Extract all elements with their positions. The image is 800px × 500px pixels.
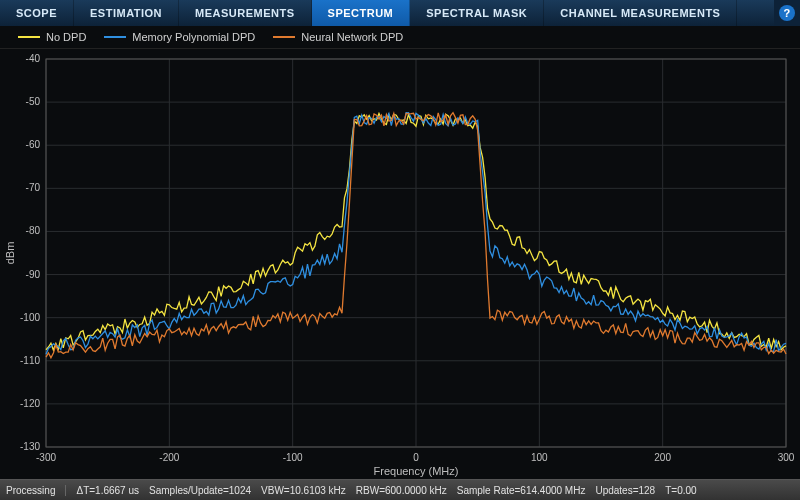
svg-text:100: 100 bbox=[531, 452, 548, 463]
svg-text:300: 300 bbox=[778, 452, 795, 463]
legend-swatch bbox=[104, 36, 126, 38]
tab-channel-measurements[interactable]: CHANNEL MEASUREMENTS bbox=[544, 0, 737, 26]
svg-text:-130: -130 bbox=[20, 441, 40, 452]
svg-text:-120: -120 bbox=[20, 398, 40, 409]
help-button[interactable]: ? bbox=[774, 0, 800, 26]
svg-text:-100: -100 bbox=[283, 452, 303, 463]
legend-item-neural-network-dpd[interactable]: Neural Network DPD bbox=[273, 31, 403, 43]
legend-label: Memory Polynomial DPD bbox=[132, 31, 255, 43]
spectrum-plot: -300-200-1000100200300-130-120-110-100-9… bbox=[0, 49, 800, 481]
tab-spectral-mask[interactable]: SPECTRAL MASK bbox=[410, 0, 544, 26]
status-bar: Processing ΔT=1.6667 us Samples/Update=1… bbox=[0, 479, 800, 500]
legend-bar: No DPD Memory Polynomial DPD Neural Netw… bbox=[0, 26, 800, 49]
tab-bar: SCOPE ESTIMATION MEASUREMENTS SPECTRUM S… bbox=[0, 0, 800, 26]
svg-text:-90: -90 bbox=[26, 269, 41, 280]
legend-swatch bbox=[18, 36, 40, 38]
status-time: T=0.00 bbox=[665, 485, 696, 496]
svg-text:-300: -300 bbox=[36, 452, 56, 463]
status-dt: ΔT=1.6667 us bbox=[76, 485, 139, 496]
svg-text:-60: -60 bbox=[26, 139, 41, 150]
svg-text:-100: -100 bbox=[20, 312, 40, 323]
svg-text:-80: -80 bbox=[26, 225, 41, 236]
svg-text:-50: -50 bbox=[26, 96, 41, 107]
help-icon: ? bbox=[779, 5, 795, 21]
status-state: Processing bbox=[6, 485, 66, 496]
svg-text:-110: -110 bbox=[20, 355, 40, 366]
svg-text:-40: -40 bbox=[26, 53, 41, 64]
tab-spacer bbox=[737, 0, 774, 26]
legend-item-no-dpd[interactable]: No DPD bbox=[18, 31, 86, 43]
svg-text:0: 0 bbox=[413, 452, 419, 463]
status-sample-rate: Sample Rate=614.4000 MHz bbox=[457, 485, 586, 496]
tab-spectrum[interactable]: SPECTRUM bbox=[312, 0, 411, 26]
tab-estimation[interactable]: ESTIMATION bbox=[74, 0, 179, 26]
tab-measurements[interactable]: MEASUREMENTS bbox=[179, 0, 312, 26]
svg-text:Frequency (MHz): Frequency (MHz) bbox=[374, 465, 459, 477]
svg-text:-70: -70 bbox=[26, 182, 41, 193]
legend-item-memory-polynomial-dpd[interactable]: Memory Polynomial DPD bbox=[104, 31, 255, 43]
legend-label: No DPD bbox=[46, 31, 86, 43]
tab-scope[interactable]: SCOPE bbox=[0, 0, 74, 26]
svg-text:200: 200 bbox=[654, 452, 671, 463]
status-updates: Updates=128 bbox=[595, 485, 655, 496]
legend-swatch bbox=[273, 36, 295, 38]
svg-text:dBm: dBm bbox=[4, 242, 16, 265]
status-rbw: RBW=600.0000 kHz bbox=[356, 485, 447, 496]
svg-text:-200: -200 bbox=[159, 452, 179, 463]
status-vbw: VBW=10.6103 kHz bbox=[261, 485, 346, 496]
status-samples: Samples/Update=1024 bbox=[149, 485, 251, 496]
spectrum-analyzer-window: SCOPE ESTIMATION MEASUREMENTS SPECTRUM S… bbox=[0, 0, 800, 500]
plot-area[interactable]: -300-200-1000100200300-130-120-110-100-9… bbox=[0, 49, 800, 479]
legend-label: Neural Network DPD bbox=[301, 31, 403, 43]
